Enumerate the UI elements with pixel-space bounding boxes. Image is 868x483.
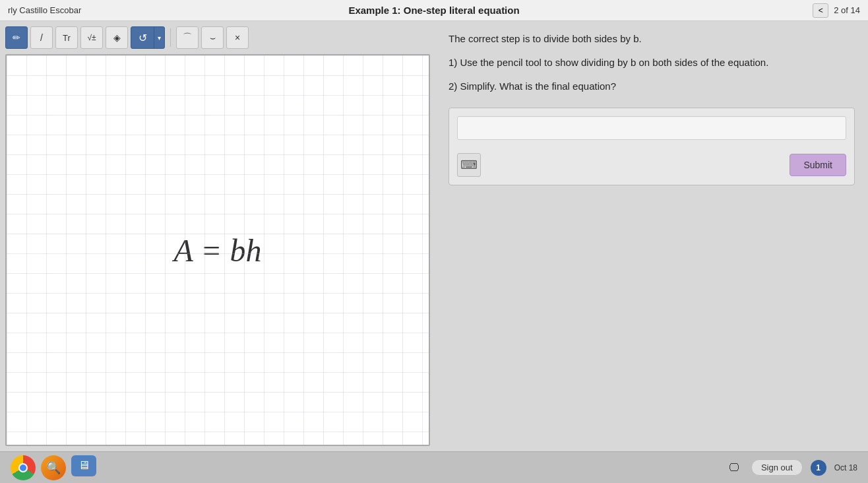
- sqrt-icon: √±: [87, 33, 96, 42]
- undo-button[interactable]: ⌒: [176, 26, 199, 49]
- redo-icon: ⌣: [210, 32, 216, 44]
- toolbar-separator: [170, 28, 171, 47]
- correct-step-text: The correct step is to divide both sides…: [449, 32, 855, 47]
- text-icon: Tr: [63, 33, 71, 43]
- undo-icon: ⌒: [183, 32, 192, 44]
- pencil-tool-button[interactable]: ✏: [5, 26, 28, 49]
- canvas-equation: A = bh: [174, 232, 262, 269]
- date-label: Oct 18: [834, 463, 857, 472]
- signout-button[interactable]: Sign out: [751, 459, 803, 476]
- hand-icon: ↺: [139, 32, 147, 44]
- monitor-symbol: 🖥: [78, 459, 90, 472]
- step1-text: 1) Use the pencil tool to show dividing …: [449, 55, 855, 71]
- pencil-icon: ✏: [13, 32, 20, 43]
- hand-tool-arrow[interactable]: ▾: [154, 26, 164, 49]
- hand-tool-main: ↺: [131, 26, 154, 49]
- hand-tool-dropdown[interactable]: ↺ ▾: [131, 26, 165, 49]
- keyboard-icon: ⌨: [460, 158, 478, 172]
- drawing-canvas[interactable]: A = bh: [5, 54, 430, 446]
- instruction-panel: The correct step is to divide both sides…: [435, 21, 868, 451]
- search-app-icon[interactable]: 🔍: [41, 455, 66, 480]
- main-content: ✏ / Tr √± ◈ ↺ ▾: [0, 21, 868, 451]
- top-bar: rly Castillo Escobar Example 1: One-step…: [0, 0, 868, 21]
- eraser-tool-button[interactable]: ◈: [106, 26, 128, 49]
- sqrt-tool-button[interactable]: √±: [80, 26, 103, 49]
- keyboard-button[interactable]: ⌨: [457, 153, 481, 177]
- screen-icon[interactable]: 🖵: [725, 460, 743, 476]
- step2-text: 2) Simplify. What is the final equation?: [449, 79, 855, 94]
- chrome-icon[interactable]: [11, 455, 36, 480]
- slash-icon: /: [40, 32, 43, 43]
- chevron-down-icon: ▾: [158, 34, 161, 42]
- answer-input-area[interactable]: [457, 116, 846, 148]
- taskbar-apps: 🔍 🖥: [11, 455, 96, 480]
- nav-prev-button[interactable]: <: [813, 3, 828, 18]
- drawing-panel: ✏ / Tr √± ◈ ↺ ▾: [0, 21, 435, 451]
- answer-controls-row: ⌨ Submit: [457, 153, 846, 177]
- page-title: Example 1: One-step literal equation: [348, 5, 519, 16]
- nav-controls: < 2 of 14: [813, 3, 860, 18]
- eraser-icon: ◈: [113, 32, 121, 43]
- close-icon: ×: [235, 32, 240, 43]
- redo-button[interactable]: ⌣: [201, 26, 224, 49]
- close-button[interactable]: ×: [226, 26, 249, 49]
- screen-symbol: 🖵: [729, 462, 739, 474]
- taskbar-right: 🖵 Sign out 1 Oct 18: [725, 459, 857, 476]
- answer-box: ⌨ Submit: [449, 108, 855, 185]
- user-badge: 1: [811, 460, 826, 476]
- user-name: rly Castillo Escobar: [8, 5, 81, 15]
- answer-input-field[interactable]: [457, 116, 846, 140]
- submit-button[interactable]: Submit: [790, 154, 846, 176]
- text-tool-button[interactable]: Tr: [55, 26, 78, 49]
- monitor-app-icon[interactable]: 🖥: [71, 455, 96, 476]
- slash-tool-button[interactable]: /: [30, 26, 53, 49]
- drawing-toolbar: ✏ / Tr √± ◈ ↺ ▾: [5, 26, 430, 49]
- nav-counter: 2 of 14: [834, 5, 860, 15]
- taskbar: 🔍 🖥 🖵 Sign out 1 Oct 18: [0, 451, 868, 483]
- search-symbol: 🔍: [46, 461, 61, 475]
